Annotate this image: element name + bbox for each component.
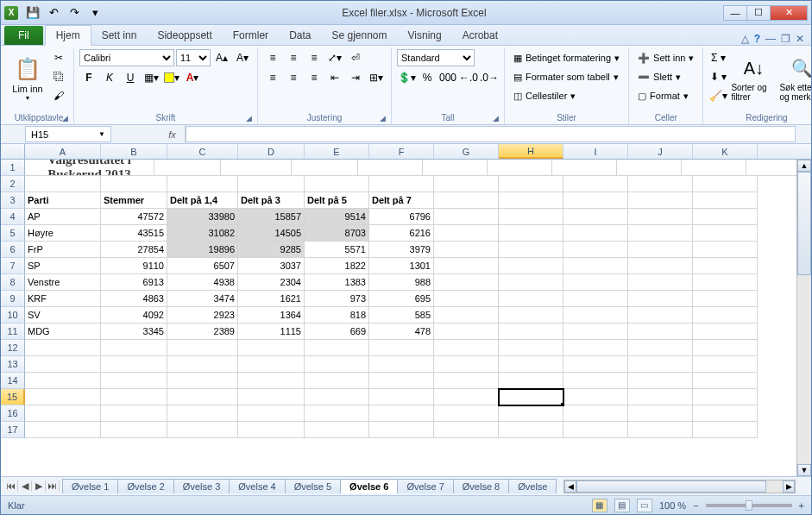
- page-layout-view-button[interactable]: ▤: [614, 499, 630, 512]
- zoom-slider[interactable]: [706, 504, 792, 507]
- cell-F3[interactable]: Delt på 7: [369, 192, 434, 209]
- cell-H1[interactable]: [552, 160, 617, 176]
- cell-H10[interactable]: [499, 307, 563, 323]
- cell-J15[interactable]: [628, 389, 693, 405]
- cell-B5[interactable]: 43515: [101, 225, 167, 242]
- cell-F15[interactable]: [369, 389, 434, 405]
- cell-K2[interactable]: [693, 176, 758, 192]
- cell-E17[interactable]: [305, 422, 369, 438]
- cell-B14[interactable]: [101, 373, 167, 389]
- cell-K13[interactable]: [693, 356, 758, 373]
- cell-E3[interactable]: Delt på 5: [305, 192, 369, 209]
- cell-E6[interactable]: 5571: [305, 242, 369, 258]
- cell-E12[interactable]: [305, 340, 369, 356]
- copy-button[interactable]: ⿻: [49, 68, 68, 85]
- cell-D10[interactable]: 1364: [238, 307, 305, 323]
- cell-D9[interactable]: 1621: [238, 291, 305, 307]
- cell-A2[interactable]: [25, 176, 101, 192]
- cell-D11[interactable]: 1115: [238, 323, 305, 340]
- cell-C15[interactable]: [167, 389, 238, 405]
- cell-J8[interactable]: [628, 274, 693, 291]
- cell-J12[interactable]: [628, 340, 693, 356]
- fill-button[interactable]: ⬇ ▾: [708, 68, 727, 85]
- cell-A9[interactable]: KRF: [25, 291, 101, 307]
- cell-G7[interactable]: [434, 258, 499, 274]
- cell-I3[interactable]: [563, 192, 628, 209]
- cell-K11[interactable]: [693, 323, 758, 340]
- cell-G2[interactable]: [434, 176, 499, 192]
- cell-K9[interactable]: [693, 291, 758, 307]
- cell-C4[interactable]: 33980: [167, 209, 238, 225]
- row-header[interactable]: 9: [1, 291, 25, 307]
- sort-filter-button[interactable]: A↓ Sorter og filtrer: [731, 49, 776, 106]
- sheet-tab[interactable]: Øvelse: [508, 479, 557, 493]
- cell-H14[interactable]: [499, 373, 563, 389]
- redo-button[interactable]: ↷: [65, 3, 84, 22]
- cell-I2[interactable]: [563, 176, 628, 192]
- cell-H5[interactable]: [499, 225, 563, 242]
- sheet-tab[interactable]: Øvelse 8: [453, 479, 509, 493]
- tab-sett-inn[interactable]: Sett inn: [91, 26, 148, 45]
- cell-B17[interactable]: [101, 422, 167, 438]
- wrap-text-button[interactable]: ⏎: [346, 49, 365, 66]
- cell-H9[interactable]: [499, 291, 563, 307]
- cell-D16[interactable]: [238, 405, 305, 422]
- row-header[interactable]: 5: [1, 225, 25, 242]
- row-header[interactable]: 10: [1, 307, 25, 323]
- sheet-last-icon[interactable]: ⏭: [46, 480, 60, 492]
- cell-E8[interactable]: 1383: [305, 274, 369, 291]
- sheet-prev-icon[interactable]: ◀: [18, 480, 32, 492]
- cell-B10[interactable]: 4092: [101, 307, 167, 323]
- cell-E1[interactable]: [358, 160, 423, 176]
- cell-F13[interactable]: [369, 356, 434, 373]
- cell-G1[interactable]: [488, 160, 552, 176]
- cell-D7[interactable]: 3037: [238, 258, 305, 274]
- cell-G13[interactable]: [434, 356, 499, 373]
- row-header[interactable]: 8: [1, 274, 25, 291]
- column-header-J[interactable]: J: [628, 144, 693, 159]
- column-header-I[interactable]: I: [563, 144, 628, 159]
- close-button[interactable]: ✕: [770, 5, 808, 21]
- cell-C2[interactable]: [167, 176, 238, 192]
- cell-H12[interactable]: [499, 340, 563, 356]
- cell-K3[interactable]: [693, 192, 758, 209]
- undo-button[interactable]: ↶: [44, 3, 63, 22]
- row-header[interactable]: 13: [1, 356, 25, 373]
- row-header[interactable]: 16: [1, 405, 25, 422]
- row-header[interactable]: 11: [1, 323, 25, 340]
- cell-C13[interactable]: [167, 356, 238, 373]
- cell-B15[interactable]: [101, 389, 167, 405]
- scroll-left-icon[interactable]: ◀: [564, 480, 576, 493]
- cell-I6[interactable]: [563, 242, 628, 258]
- cell-A8[interactable]: Venstre: [25, 274, 101, 291]
- cell-C8[interactable]: 4938: [167, 274, 238, 291]
- conditional-formatting-button[interactable]: ▦Betinget formatering ▾: [510, 49, 623, 66]
- align-middle-button[interactable]: ≡: [284, 49, 303, 66]
- cell-A12[interactable]: [25, 340, 101, 356]
- workbook-minimize-icon[interactable]: —: [765, 33, 776, 45]
- cell-D1[interactable]: [292, 160, 358, 176]
- cell-C14[interactable]: [167, 373, 238, 389]
- cell-F5[interactable]: 6216: [369, 225, 434, 242]
- zoom-out-button[interactable]: −: [693, 500, 698, 511]
- cell-H6[interactable]: [499, 242, 563, 258]
- cell-J16[interactable]: [628, 405, 693, 422]
- cell-I11[interactable]: [563, 323, 628, 340]
- scroll-right-icon[interactable]: ▶: [783, 480, 795, 493]
- cell-K4[interactable]: [693, 209, 758, 225]
- column-header-B[interactable]: B: [101, 144, 167, 159]
- cell-G6[interactable]: [434, 242, 499, 258]
- tab-formler[interactable]: Formler: [223, 26, 279, 45]
- cell-K17[interactable]: [693, 422, 758, 438]
- cell-I13[interactable]: [563, 356, 628, 373]
- cell-G14[interactable]: [434, 373, 499, 389]
- cell-K6[interactable]: [693, 242, 758, 258]
- cell-D8[interactable]: 2304: [238, 274, 305, 291]
- cell-C3[interactable]: Delt på 1,4: [167, 192, 238, 209]
- align-right-button[interactable]: ≡: [305, 69, 324, 86]
- cell-F1[interactable]: [423, 160, 488, 176]
- cell-C12[interactable]: [167, 340, 238, 356]
- maximize-button[interactable]: ☐: [746, 5, 771, 21]
- cell-K8[interactable]: [693, 274, 758, 291]
- cell-B1[interactable]: [154, 160, 221, 176]
